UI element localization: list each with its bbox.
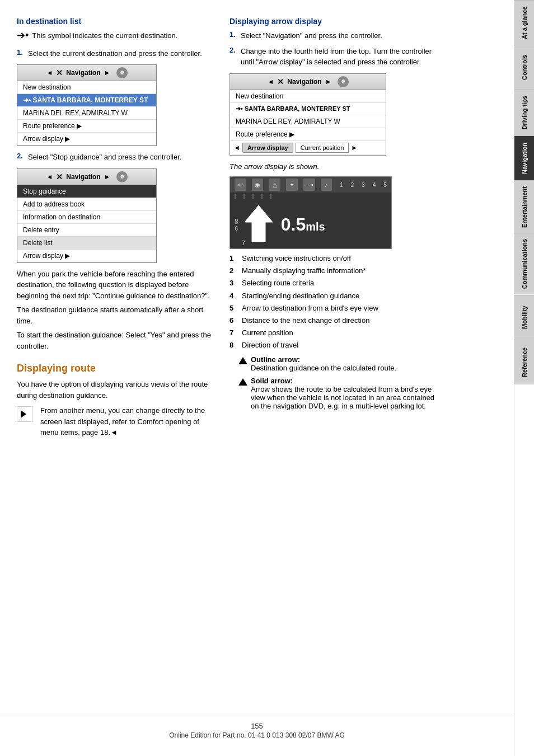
subitem-outline: Outline arrow: Destination guidance on t… — [238, 355, 442, 372]
tab-reference[interactable]: Reference — [514, 340, 534, 384]
subitem-solid: Solid arrow: Arrow shows the route to be… — [238, 377, 442, 410]
main-content: In destination list ➜• This symbol indic… — [0, 0, 514, 756]
legend-item-1: 1 Switching voice instructions on/off — [229, 253, 442, 264]
step-1: 1. Select the current destination and pr… — [17, 48, 218, 59]
step2-text: Select "Stop guidance" and press the con… — [28, 152, 181, 163]
nav-ui-1: ◄ ✕ Navigation ► ⚙ New destination ➜• SA… — [17, 64, 157, 146]
right-step2-num: 2. — [229, 46, 237, 54]
legend-text-2: Manually displaying traffic information* — [242, 266, 366, 276]
legend-num-4: 4 — [229, 291, 237, 301]
div3 — [252, 194, 254, 199]
nav-row-arrow-display-1: Arrow display ▶ — [17, 133, 156, 145]
nav-icon-1: ✕ — [56, 68, 63, 77]
big-arrow-container: 7 — [242, 203, 275, 246]
arrow-shown-text: The arrow display is shown. — [229, 161, 442, 172]
park-text: When you park the vehicle before reachin… — [17, 269, 218, 302]
current-pos-btn[interactable]: Current position — [296, 143, 349, 153]
left-column: In destination list ➜• This symbol indic… — [17, 17, 218, 442]
auto-text: The destination guidance starts automati… — [17, 304, 218, 326]
legend-item-7: 7 Current position — [229, 328, 442, 338]
nav-ui-right: ◄ ✕ Navigation ► ⚙ New destination ➜• SA… — [229, 73, 386, 156]
legend-text-8: Direction of travel — [242, 340, 298, 350]
nav-left-arrow-2: ◄ — [46, 173, 53, 181]
tab-controls[interactable]: Controls — [514, 45, 534, 90]
nav-row-marina-1: MARINA DEL REY, ADMIRALTY W — [17, 107, 156, 120]
legend-text-7: Current position — [242, 328, 293, 338]
legend-num-8: 8 — [229, 340, 237, 350]
number-8-container: 8 6 — [235, 218, 238, 232]
num-1: 1 — [340, 182, 343, 188]
settings-icon-1: ⚙ — [116, 67, 128, 78]
tab-at-a-glance[interactable]: At a glance — [514, 0, 534, 45]
distance-display: 0.5mls — [281, 214, 325, 235]
forward-arrow-btn: ► — [351, 144, 358, 152]
nav-title-2: Navigation — [66, 173, 100, 181]
tab-communications[interactable]: Communications — [514, 233, 534, 294]
icon-arrow-to-dest: →• — [303, 179, 315, 191]
arrow-display-image: ↩ ◉ △ ✦ →• ♪ 1 2 3 4 5 — [229, 176, 392, 249]
icon-back: ↩ — [235, 179, 246, 191]
icon-sound: ◉ — [252, 179, 264, 191]
tab-navigation[interactable]: Navigation — [514, 135, 534, 180]
displaying-route-p1: You have the option of displaying variou… — [17, 379, 218, 401]
subitem-outline-content: Outline arrow: Destination guidance on t… — [251, 355, 396, 372]
icon-compass: ✦ — [286, 179, 298, 191]
nav-icon-r: ✕ — [277, 77, 284, 86]
tab-mobility[interactable]: Mobility — [514, 295, 534, 340]
top-bar-numbers: 1 2 3 4 5 — [340, 182, 387, 188]
nav-title-1: Navigation — [66, 69, 100, 77]
subitem-solid-text: Arrow shows the route to be calculated f… — [251, 385, 434, 410]
legend-item-2: 2 Manually displaying traffic informatio… — [229, 266, 442, 276]
div1 — [235, 194, 236, 199]
icon-alert: △ — [269, 179, 280, 191]
street-label: SANTA BARBARA MONTERREY STREET — [230, 248, 391, 249]
subitem-solid-content: Solid arrow: Arrow shows the route to be… — [251, 377, 442, 410]
bullet-text: This symbol indicates the current destin… — [32, 30, 177, 41]
subitem-outline-text: Destination guidance on the calculated r… — [251, 364, 396, 372]
nav-row-new-dest-1: New destination — [17, 81, 156, 94]
page-container: In destination list ➜• This symbol indic… — [0, 0, 534, 756]
nav-row-info-dest: Information on destination — [17, 211, 156, 224]
num-4: 4 — [373, 182, 376, 188]
legend-text-3: Selecting route criteria — [242, 278, 314, 288]
nav-row-santa-barbara-r: ➜• SANTA BARBARA, MONTERREY ST — [230, 103, 386, 115]
subitem-outline-row: Outline arrow: Destination guidance on t… — [238, 355, 442, 372]
arrow-display-btn[interactable]: Arrow display — [242, 143, 293, 153]
step1-text: Select the current destination and press… — [28, 48, 202, 59]
num-6-label: 6 — [235, 226, 238, 232]
nav-right-arrow-2: ► — [104, 173, 111, 181]
tab-driving-tips[interactable]: Driving tips — [514, 90, 534, 135]
arrow-display-body: 8 6 7 0.5mls — [230, 200, 391, 248]
div4 — [261, 194, 263, 199]
nav-icon-2: ✕ — [56, 172, 63, 181]
dividers-row — [230, 192, 391, 200]
triangle-icon — [21, 410, 26, 418]
svg-marker-0 — [245, 205, 273, 242]
num-2: 2 — [351, 182, 354, 188]
two-column-layout: In destination list ➜• This symbol indic… — [17, 17, 508, 442]
div2 — [243, 194, 245, 199]
nav-row-route-pref-r: Route preference ▶ — [230, 128, 386, 141]
nav-row-delete-entry: Delete entry — [17, 224, 156, 237]
num-3: 3 — [362, 182, 365, 188]
legend-item-8: 8 Direction of travel — [229, 340, 442, 350]
div5 — [270, 194, 271, 199]
settings-icon-2: ⚙ — [116, 171, 128, 182]
displaying-route-p2: From another menu, you can change direct… — [40, 405, 218, 438]
legend-item-4: 4 Starting/ending destination guidance — [229, 291, 442, 301]
nav-row-arrow-display-2: Arrow display ▶ — [17, 250, 156, 262]
nav-row-marina-r: MARINA DEL REY, ADMIRALTY W — [230, 115, 386, 128]
solid-arrow-icon — [238, 378, 247, 386]
nav-right-arrow-1: ► — [104, 69, 111, 77]
nav-row-delete-list: Delete list — [17, 237, 156, 250]
dest-symbol: ➜• — [17, 30, 29, 40]
displaying-route-title: Displaying route — [17, 363, 218, 374]
step-2: 2. Select "Stop guidance" and press the … — [17, 152, 218, 163]
subitem-solid-title: Solid arrow: — [251, 377, 293, 385]
legend-num-5: 5 — [229, 303, 237, 313]
nav-ui-2-header: ◄ ✕ Navigation ► ⚙ — [17, 169, 156, 185]
legend-item-3: 3 Selecting route criteria — [229, 278, 442, 288]
tab-entertainment[interactable]: Entertainment — [514, 180, 534, 233]
num-7-label: 7 — [242, 240, 245, 246]
right-column: Displaying arrow display 1. Select "Navi… — [229, 17, 442, 442]
